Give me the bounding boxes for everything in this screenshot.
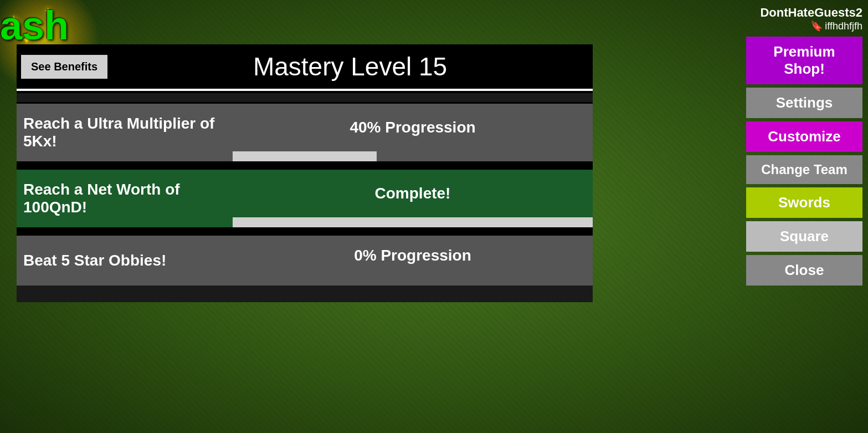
change-team-button[interactable]: Change Team: [746, 155, 862, 184]
quest-row-ultra-multiplier: Reach a Ultra Multiplier of 5Kx! 40% Pro…: [17, 102, 593, 161]
quest-label-ultra-multiplier: Reach a Ultra Multiplier of 5Kx!: [17, 104, 233, 161]
settings-button[interactable]: Settings: [746, 88, 862, 118]
quest-label-net-worth: Reach a Net Worth of 100QnD!: [17, 170, 233, 227]
bookmark-row: 🔖 iffhdhfjfh: [746, 20, 862, 32]
row-separator-1: [17, 161, 593, 168]
progress-bar-container-3: [233, 276, 593, 286]
progress-bar-container-1: [233, 151, 593, 161]
panel-header: See Benefits Mastery Level 15: [17, 44, 593, 89]
panel-dark-bar: [17, 93, 593, 102]
right-sidebar: DontHateGuests2 🔖 iffhdhfjfh Premium Sho…: [746, 0, 868, 286]
swords-button[interactable]: Swords: [746, 187, 862, 218]
bookmark-text: iffhdhfjfh: [825, 21, 862, 32]
quest-status-star-obbies: 0% Progression: [233, 236, 593, 276]
bookmark-icon: 🔖: [810, 20, 823, 32]
username-area: DontHateGuests2 🔖 iffhdhfjfh: [746, 6, 862, 32]
premium-shop-button[interactable]: Premium Shop!: [746, 37, 862, 84]
main-panel: See Benefits Mastery Level 15 Reach a Ul…: [17, 44, 593, 302]
panel-title: Mastery Level 15: [107, 49, 593, 84]
quest-right-ultra-multiplier: 40% Progression: [233, 104, 593, 161]
row-separator-2: [17, 227, 593, 234]
see-benefits-button[interactable]: See Benefits: [21, 55, 107, 79]
username-label: DontHateGuests2: [746, 6, 862, 20]
quest-right-star-obbies: 0% Progression: [233, 236, 593, 286]
quest-label-star-obbies: Beat 5 Star Obbies!: [17, 236, 233, 286]
progress-bar-container-2: [233, 217, 593, 227]
customize-button[interactable]: Customize: [746, 121, 862, 152]
square-button[interactable]: Square: [746, 221, 862, 252]
panel-divider: [17, 89, 593, 91]
game-title: ash: [0, 0, 69, 45]
progress-bar-fill-1: [233, 151, 377, 161]
quest-row-star-obbies: Beat 5 Star Obbies! 0% Progression: [17, 234, 593, 286]
quest-status-net-worth: Complete!: [233, 170, 593, 217]
progress-bar-fill-2: [233, 217, 593, 227]
quest-status-ultra-multiplier: 40% Progression: [233, 104, 593, 151]
quest-right-net-worth: Complete!: [233, 170, 593, 227]
panel-bottom-bar: [17, 286, 593, 302]
close-button[interactable]: Close: [746, 255, 862, 286]
quest-row-net-worth: Reach a Net Worth of 100QnD! Complete!: [17, 168, 593, 227]
